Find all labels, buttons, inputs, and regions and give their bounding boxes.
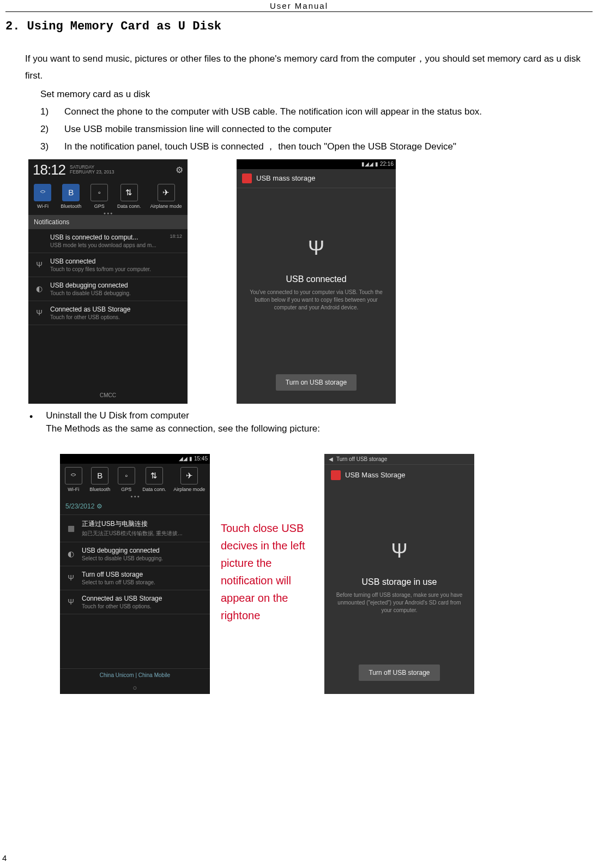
android-icon: ◐ [65, 549, 76, 558]
bluetooth-icon: B [91, 467, 108, 484]
bluetooth-icon: B [62, 184, 80, 201]
bullet-section: • Uninstall the U Disk from computer The… [29, 410, 593, 434]
back-icon: ◀ [329, 456, 333, 462]
page-number: 4 [2, 853, 7, 863]
screenshot-row-2: ◢◢▮15:45 ⌔Wi-Fi BBluetooth ◦GPS ⇅Data co… [60, 454, 593, 694]
screenshot-notification-panel: 18:12 SATURDAY FEBRUARY 23, 2013 ⚙ ⌔Wi-F… [28, 159, 188, 404]
steps-list: 1)Connect the phone to the computer with… [40, 103, 593, 156]
toggle-bluetooth[interactable]: BBluetooth [61, 184, 81, 209]
toggle-airplane[interactable]: ✈Airplane mode [150, 184, 182, 209]
notification-date: 5/23/2012 ⚙ [60, 498, 210, 515]
toggle-gps[interactable]: ◦GPS [90, 184, 108, 209]
notification-item[interactable]: ΨTurn off USB storageSelect to turn off … [60, 566, 210, 590]
battery-icon: ▮ [375, 161, 378, 167]
data-icon: ⇅ [146, 467, 163, 484]
usb-title: USB connected [286, 274, 346, 284]
usb-large-icon: Ψ [386, 535, 413, 567]
intro-paragraph: If you want to send music, pictures or o… [25, 51, 593, 84]
gps-icon: ◦ [90, 184, 108, 201]
notification-item[interactable]: USB is connected to comput...USB mode le… [28, 229, 188, 253]
toggle-wifi[interactable]: ⌔Wi-Fi [65, 467, 82, 492]
carrier-label: CMCC [28, 387, 188, 404]
screenshot-usb-connected: ▮◢◢▮22:16 USB mass storage Ψ USB connect… [237, 159, 396, 404]
status-bar: ▮◢◢▮22:16 [237, 159, 396, 169]
usb-icon: Ψ [34, 260, 45, 269]
usb-icon: Ψ [65, 597, 76, 606]
notification-item[interactable]: ΨConnected as USB StorageTouch for other… [60, 590, 210, 614]
toggle-bluetooth[interactable]: BBluetooth [89, 467, 110, 492]
settings-icon[interactable]: ⚙ [176, 165, 183, 175]
clock-date: FEBRUARY 23, 2013 [70, 170, 114, 175]
page-header: User Manual [5, 0, 593, 11]
screen-header: USB Mass Storage [324, 465, 474, 486]
screenshot-usb-in-use: ◀Turn off USB storage USB Mass Storage Ψ… [324, 454, 474, 694]
toggle-data[interactable]: ⇅Data conn. [117, 184, 141, 209]
annotation-text: Touch close USB decives in the left pict… [221, 519, 313, 624]
status-time: 15:45 [194, 456, 208, 462]
android-icon: ◐ [34, 284, 45, 293]
wifi-icon: ⌔ [65, 467, 82, 484]
step-3: 3)In the notification panel, touch USB i… [40, 138, 593, 155]
bullet-subtitle: The Methods as the same as connection, s… [46, 423, 320, 434]
screenshot-notification-panel-2: ◢◢▮15:45 ⌔Wi-Fi BBluetooth ◦GPS ⇅Data co… [60, 454, 210, 694]
signal-icon: ◢◢ [179, 456, 188, 462]
notification-item[interactable]: ◐USB debugging connectedSelect to disabl… [60, 542, 210, 566]
screen-header: USB mass storage [237, 169, 396, 188]
airplane-icon: ✈ [180, 467, 198, 484]
turn-off-usb-button[interactable]: Turn off USB storage [359, 665, 439, 681]
quick-toggle-row: ⌔Wi-Fi BBluetooth ◦GPS ⇅Data conn. ✈Airp… [60, 464, 210, 498]
android-icon [331, 470, 341, 480]
wifi-icon: ⌔ [34, 184, 51, 201]
back-header[interactable]: ◀Turn off USB storage [324, 454, 474, 465]
toggle-gps[interactable]: ◦GPS [118, 467, 135, 492]
status-bar: ◢◢▮15:45 [60, 454, 210, 464]
airplane-icon: ✈ [158, 184, 175, 201]
sub-heading: Set memory card as u disk [40, 86, 593, 103]
usb-description: Before turning off USB storage, make sur… [324, 587, 474, 619]
carrier-label: China Unicom | China Mobile [60, 668, 210, 681]
notification-item[interactable]: ΨConnected as USB StorageTouch for other… [28, 301, 188, 325]
clock-time: 18:12 [33, 161, 65, 178]
page-dots: ● ● ● [28, 211, 188, 215]
android-icon [242, 173, 252, 183]
usb-icon: Ψ [34, 308, 45, 317]
home-button[interactable]: ○ [60, 681, 210, 694]
bullet-icon: • [29, 410, 33, 424]
quick-toggle-row: ⌔Wi-Fi BBluetooth ◦GPS ⇅Data conn. ✈Airp… [28, 181, 188, 214]
usb-icon: Ψ [65, 573, 76, 582]
usb-title: USB storage in use [362, 577, 437, 587]
usb-icon: ▦ [65, 524, 76, 532]
notification-item[interactable]: ▦正通过USB与电脑连接如已无法正USB模式传输数据, 重先请拔... [60, 515, 210, 542]
usb-description: You've connected to your computer via US… [237, 284, 396, 316]
step-2: 2)Use USB mobile transmission line will … [40, 121, 593, 138]
toggle-wifi[interactable]: ⌔Wi-Fi [34, 184, 51, 209]
header-rule [5, 11, 593, 12]
turn-on-usb-button[interactable]: Turn on USB storage [276, 374, 357, 391]
toggle-airplane[interactable]: ✈Airplane mode [173, 467, 205, 492]
gps-icon: ◦ [118, 467, 135, 484]
data-icon: ⇅ [120, 184, 138, 201]
screenshot-row-1: 18:12 SATURDAY FEBRUARY 23, 2013 ⚙ ⌔Wi-F… [28, 159, 593, 404]
usb-large-icon: Ψ [303, 232, 330, 265]
page-dots: ● ● ● [60, 494, 210, 498]
bullet-title: Uninstall the U Disk from computer [46, 410, 320, 421]
battery-icon: ▮ [189, 456, 192, 462]
toggle-data[interactable]: ⇅Data conn. [142, 467, 166, 492]
section-heading: 2. Using Memory Card as U Disk [5, 20, 593, 33]
notifications-header: Notifications [28, 215, 188, 229]
status-time: 22:16 [380, 161, 394, 167]
notification-item[interactable]: ◐USB debugging connectedTouch to disable… [28, 277, 188, 301]
signal-icon: ▮◢◢ [361, 161, 373, 167]
step-1: 1)Connect the phone to the computer with… [40, 103, 593, 121]
notification-item[interactable]: ΨUSB connectedTouch to copy files to/fro… [28, 253, 188, 277]
